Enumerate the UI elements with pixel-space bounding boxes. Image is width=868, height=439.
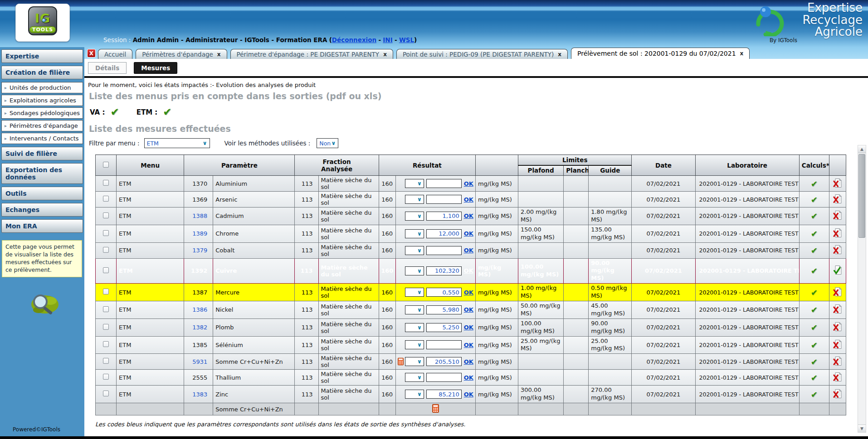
delete-measure-icon[interactable] <box>833 322 842 332</box>
ok-link[interactable]: OK <box>464 391 473 398</box>
delete-measure-icon[interactable] <box>833 339 842 349</box>
row-checkbox[interactable] <box>103 180 109 186</box>
tab-close-icon[interactable]: x <box>558 51 561 58</box>
sidebar-item-intervenants-contacts[interactable]: ▸ Intervenants / Contacts <box>1 133 83 144</box>
sidebar-item-perimetres-d-epandage[interactable]: ▸ Périmètres d'épandage <box>1 120 83 131</box>
tab-close-icon[interactable]: x <box>383 51 387 58</box>
ok-link[interactable]: OK <box>464 230 473 237</box>
row-checkbox[interactable] <box>103 212 109 218</box>
select-all-checkbox[interactable] <box>103 162 109 168</box>
tab-close-icon[interactable]: x <box>217 51 221 58</box>
ini-link[interactable]: INI <box>383 36 392 43</box>
ok-link[interactable]: OK <box>464 342 473 348</box>
param-code[interactable]: 1388 <box>184 207 213 225</box>
param-code[interactable]: 5931 <box>184 354 213 370</box>
delete-measure-icon[interactable] <box>833 372 842 382</box>
calculator-icon[interactable] <box>398 358 404 366</box>
ok-link[interactable]: OK <box>464 289 473 296</box>
delete-measure-icon[interactable] <box>833 210 842 220</box>
menu-filter-select[interactable]: ETM ∨ <box>144 138 210 148</box>
row-checkbox[interactable] <box>103 289 109 294</box>
methods-select[interactable]: Non ∨ <box>317 138 338 148</box>
ok-link[interactable]: OK <box>464 212 473 219</box>
unit-dropdown[interactable]: ∨ <box>405 305 424 314</box>
result-input[interactable] <box>426 246 462 255</box>
delete-measure-icon[interactable] <box>833 287 842 297</box>
sidebar-section-expertise[interactable]: Expertise <box>1 49 83 63</box>
sidebar-section-mon-era[interactable]: Mon ERA <box>1 219 83 233</box>
row-checkbox[interactable] <box>103 341 109 347</box>
sidebar-section-creation-de-filiere[interactable]: Création de filière <box>1 66 83 79</box>
sidebar-section-outils[interactable]: Outils <box>1 187 83 200</box>
validate-measure-icon[interactable] <box>833 265 842 275</box>
result-input[interactable] <box>426 373 462 382</box>
ok-link[interactable]: OK <box>464 180 473 187</box>
sidebar-item-exploitations-agricoles[interactable]: ▸ Exploitations agricoles <box>1 95 83 106</box>
result-input[interactable] <box>426 179 462 188</box>
unit-dropdown[interactable]: ∨ <box>405 266 424 275</box>
delete-measure-icon[interactable] <box>833 194 842 204</box>
delete-measure-icon[interactable] <box>833 178 842 188</box>
tab-details[interactable]: Détails <box>88 62 127 74</box>
calculator-icon[interactable] <box>432 404 439 413</box>
row-checkbox[interactable] <box>103 374 109 380</box>
ok-link[interactable]: OK <box>464 374 473 381</box>
result-input[interactable] <box>426 323 462 332</box>
row-checkbox[interactable] <box>103 391 109 396</box>
scroll-down-arrow[interactable]: ▼ <box>858 425 866 432</box>
tab-prelevement-de-sol-202001-0129-du-07-02-[interactable]: Prélèvement de sol : 202001-0129 du 07/0… <box>571 48 750 59</box>
unit-dropdown[interactable]: ∨ <box>405 212 424 221</box>
unit-dropdown[interactable]: ∨ <box>405 323 424 332</box>
result-input[interactable] <box>426 305 462 314</box>
unit-dropdown[interactable]: ∨ <box>405 340 424 349</box>
result-input[interactable] <box>426 390 462 399</box>
ok-link[interactable]: OK <box>464 247 473 254</box>
param-code[interactable]: 1386 <box>184 301 213 319</box>
param-code[interactable]: 1379 <box>184 242 213 258</box>
result-input[interactable] <box>426 340 462 349</box>
result-input[interactable] <box>426 212 462 221</box>
sidebar-section-echanges[interactable]: Echanges <box>1 203 83 217</box>
param-code[interactable]: 1383 <box>184 386 213 403</box>
unit-dropdown[interactable]: ∨ <box>405 390 424 399</box>
scroll-up-arrow[interactable]: ▲ <box>858 145 866 153</box>
ok-link[interactable]: OK <box>464 324 473 331</box>
scrollbar-thumb[interactable] <box>858 154 865 238</box>
result-input[interactable] <box>426 357 462 366</box>
tab-close-icon[interactable]: x <box>740 50 744 57</box>
unit-dropdown[interactable]: ∨ <box>405 357 424 366</box>
ok-link[interactable]: OK <box>464 196 473 203</box>
result-input[interactable] <box>426 229 462 238</box>
unit-dropdown[interactable]: ∨ <box>405 229 424 238</box>
vertical-scrollbar[interactable]: ▲ ▼ <box>858 145 866 433</box>
delete-measure-icon[interactable] <box>833 245 842 255</box>
unit-dropdown[interactable]: ∨ <box>405 246 424 255</box>
close-all-tabs-button[interactable]: X <box>87 49 96 58</box>
result-input[interactable] <box>426 266 462 275</box>
delete-measure-icon[interactable] <box>833 389 842 399</box>
tab-accueil[interactable]: Accueil <box>98 49 132 59</box>
tab-perimetres-d-epandage[interactable]: Périmètres d'épandage x <box>136 49 227 59</box>
sidebar-item-sondages-pedologiques[interactable]: ▸ Sondages pédologiques <box>1 107 83 119</box>
tab-mesures[interactable]: Mesures <box>134 62 177 74</box>
sidebar-section-exportation-des-donnees[interactable]: Exportation des données <box>1 163 83 184</box>
ok-link[interactable]: OK <box>464 306 473 313</box>
delete-measure-icon[interactable] <box>833 304 842 314</box>
unit-dropdown[interactable]: ∨ <box>405 288 424 297</box>
delete-measure-icon[interactable] <box>833 356 842 366</box>
row-checkbox[interactable] <box>103 358 109 364</box>
deconnexion-link[interactable]: Déconnexion <box>332 36 376 43</box>
param-code[interactable]: 1382 <box>184 318 213 336</box>
ok-link[interactable]: OK <box>464 358 473 365</box>
delete-measure-icon[interactable] <box>833 228 842 238</box>
row-checkbox[interactable] <box>103 324 109 330</box>
row-checkbox[interactable] <box>103 247 109 253</box>
result-input[interactable] <box>426 195 462 204</box>
row-checkbox[interactable] <box>103 230 109 236</box>
tab-point-de-suivi-pedig-09-pe-digestat-pare[interactable]: Point de suivi : PEDIG-09 (PE DIGESTAT P… <box>396 49 568 59</box>
param-code[interactable]: 1389 <box>184 225 213 242</box>
result-input[interactable] <box>426 288 462 297</box>
wsl-link[interactable]: WSL <box>399 36 414 43</box>
tab-perimetre-d-epandage-pe-digestat-parenty[interactable]: Périmetre d'épandage : PE DIGESTAT PAREN… <box>230 49 393 59</box>
unit-dropdown[interactable]: ∨ <box>405 179 424 188</box>
